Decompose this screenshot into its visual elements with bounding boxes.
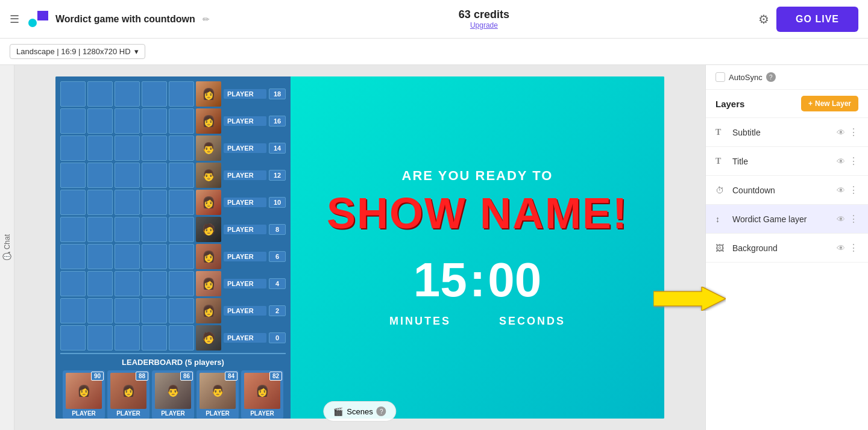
more-icon[interactable]: ⋮ <box>849 184 858 196</box>
grid-row: 👩 PLAYER 2 <box>60 298 286 323</box>
player-avatar: 👩 <box>196 190 221 215</box>
chat-label: 💬 Chat <box>3 234 11 261</box>
list-item: 👨 86 PLAYER <box>152 370 194 419</box>
player-row-8: 👩 PLAYER 4 <box>196 271 286 296</box>
go-live-button[interactable]: GO LIVE <box>776 7 858 32</box>
player-avatar: 👩 <box>196 81 221 107</box>
player-avatar: 👩 <box>196 271 221 296</box>
grid-row: 🧑 PLAYER 8 <box>60 217 286 242</box>
layer-name: Title <box>732 157 831 166</box>
player-name: PLAYER <box>224 143 266 153</box>
layer-actions: 👁 ⋮ <box>837 184 858 196</box>
player-score: 14 <box>269 143 286 154</box>
grid-cell <box>115 108 140 134</box>
grid-row: 👨 PLAYER 12 <box>60 163 286 188</box>
layer-item-wordict-game[interactable]: ↕ Wordict Game layer 👁 ⋮ <box>706 205 868 234</box>
grid-cell <box>169 271 194 296</box>
layer-name: Subtitle <box>732 128 831 137</box>
player-row-1: 👩 PLAYER 18 <box>196 81 286 107</box>
grid-cell <box>169 244 194 269</box>
grid-cell <box>60 298 86 323</box>
grid-row: 👩 PLAYER 18 <box>60 81 286 107</box>
eye-icon[interactable]: 👁 <box>837 243 845 253</box>
list-item: 👩 90 PLAYER <box>63 370 105 419</box>
left-panel: 👩 PLAYER 18 <box>55 76 291 419</box>
player-name: PLAYER <box>224 225 266 234</box>
eye-icon[interactable]: 👁 <box>837 157 845 166</box>
player-avatar: 🧑 <box>196 217 221 242</box>
credits-section: 63 credits Upgrade <box>459 8 509 30</box>
more-icon[interactable]: ⋮ <box>849 126 858 138</box>
player-row-6: 🧑 PLAYER 8 <box>196 217 286 242</box>
grid-cell <box>115 271 140 296</box>
layer-actions: 👁 ⋮ <box>837 155 858 167</box>
autosync-label: AutoSync <box>729 73 763 82</box>
more-icon[interactable]: ⋮ <box>849 242 858 254</box>
eye-icon[interactable]: 👁 <box>837 214 845 224</box>
player-row-7: 👩 PLAYER 6 <box>196 244 286 269</box>
layer-item-background[interactable]: 🖼 Background 👁 ⋮ <box>706 234 868 263</box>
eye-icon[interactable]: 👁 <box>837 185 845 195</box>
grid-rows: 👩 PLAYER 18 <box>60 81 286 351</box>
timer-labels: MINUTES SECONDS <box>389 315 565 328</box>
grid-cell <box>169 136 194 161</box>
resolution-select[interactable]: Landscape | 16:9 | 1280x720 HD ▾ <box>10 44 145 59</box>
scenes-help-icon: ? <box>377 407 386 416</box>
grid-cell <box>87 136 113 161</box>
leaderboard-title: LEADERBOARD (5 players) <box>60 358 286 367</box>
lb-score: 90 <box>91 372 104 381</box>
timer-colon: : <box>470 252 486 308</box>
grid-cell <box>169 325 194 351</box>
grid-cell <box>142 136 167 161</box>
plus-icon: + <box>808 99 813 108</box>
player-row-4: 👨 PLAYER 12 <box>196 163 286 188</box>
countdown-icon: ⏱ <box>715 185 726 195</box>
scenes-label: Scenes <box>347 407 373 416</box>
grid-cell <box>60 108 86 134</box>
grid-cell <box>142 298 167 323</box>
header-left: ☰ Wordict game with countdown ✏ <box>10 8 210 30</box>
layer-item-subtitle[interactable]: T Subtitle 👁 ⋮ <box>706 118 868 147</box>
lb-name: PLAYER <box>116 410 140 417</box>
grid-cell <box>169 81 194 107</box>
main-layout: 💬 Chat 👩 <box>0 65 868 430</box>
settings-icon[interactable]: ⚙ <box>758 12 769 26</box>
grid-cell <box>87 190 113 215</box>
autosync-checkbox[interactable] <box>715 72 725 82</box>
grid-cell <box>142 325 167 351</box>
game-canvas: 👩 PLAYER 18 <box>55 76 664 419</box>
grid-row: 👨 PLAYER 14 <box>60 136 286 161</box>
text-icon: T <box>715 157 726 166</box>
player-score: 8 <box>269 224 286 235</box>
grid-cell <box>60 136 86 161</box>
layer-item-countdown[interactable]: ⏱ Countdown 👁 ⋮ <box>706 176 868 205</box>
scenes-button[interactable]: 🎬 Scenes ? <box>323 401 396 422</box>
layer-item-title[interactable]: T Title 👁 ⋮ <box>706 147 868 176</box>
upgrade-link[interactable]: Upgrade <box>470 21 498 30</box>
grid-cell <box>87 108 113 134</box>
eye-icon[interactable]: 👁 <box>837 128 845 137</box>
autosync-help-icon[interactable]: ? <box>766 72 776 82</box>
chat-sidebar[interactable]: 💬 Chat <box>0 65 14 430</box>
grid-row: 👩 PLAYER 4 <box>60 271 286 296</box>
autosync-row: AutoSync ? <box>706 65 868 90</box>
grid-cell <box>60 217 86 242</box>
content-panel: ARE YOU READY TO SHOW NAME! 15 : 00 MINU… <box>291 76 664 419</box>
show-name-text: SHOW NAME! <box>327 189 628 238</box>
grid-cell <box>60 190 86 215</box>
grid-cell <box>115 190 140 215</box>
more-icon[interactable]: ⋮ <box>849 155 858 167</box>
chat-icon: 💬 <box>3 252 11 261</box>
scenes-icon: 🎬 <box>333 407 343 416</box>
edit-icon[interactable]: ✏ <box>203 14 210 24</box>
grid-cell <box>142 217 167 242</box>
player-score: 4 <box>269 278 286 289</box>
list-item: 👩 82 PLAYER <box>241 370 283 419</box>
new-layer-button[interactable]: + New Layer <box>801 96 858 111</box>
player-name: PLAYER <box>224 306 266 316</box>
grid-cell <box>60 325 86 351</box>
player-avatar: 👩 <box>196 244 221 269</box>
more-icon[interactable]: ⋮ <box>849 213 858 225</box>
hamburger-icon[interactable]: ☰ <box>10 13 19 26</box>
image-icon: 🖼 <box>715 243 726 253</box>
